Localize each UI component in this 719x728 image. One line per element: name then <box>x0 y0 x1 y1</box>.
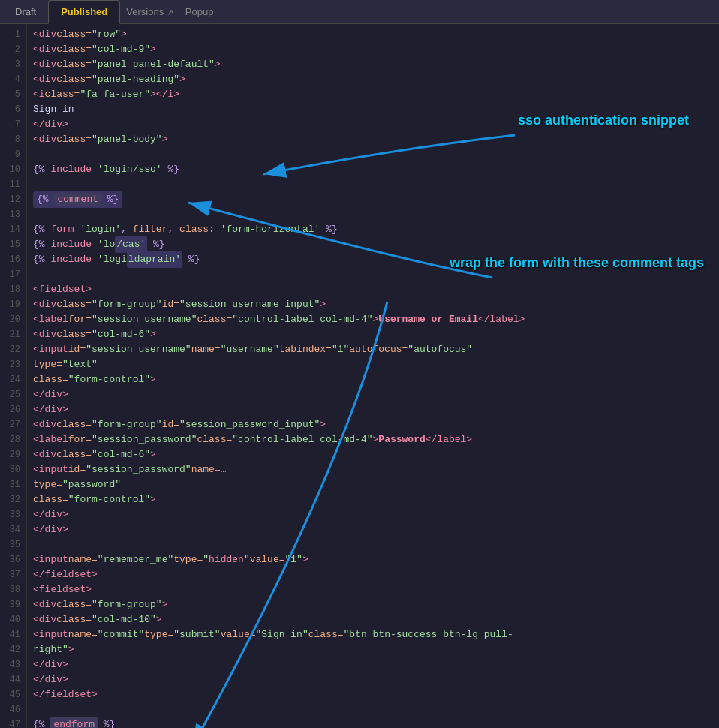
code-line: <div class="col-md-10"> <box>27 612 719 627</box>
code-line: </fieldset> <box>27 567 719 582</box>
code-line: </div> <box>27 117 719 132</box>
code-line: Sign in <box>27 102 719 117</box>
code-line: {% include 'lo/cas' %} <box>27 237 719 252</box>
code-line: <input id="session_password" name=… <box>27 462 719 477</box>
code-line: <div class="panel-body"> <box>27 132 719 147</box>
code-line: <div class="panel-heading"> <box>27 72 719 87</box>
code-line: {% include 'logildaprain' %} <box>27 252 719 267</box>
code-line <box>27 177 719 192</box>
code-line <box>27 147 719 162</box>
code-line: <label for="session_username" class="con… <box>27 312 719 327</box>
code-line: </div> <box>27 387 719 402</box>
code-line: <input name="commit" type="submit" value… <box>27 627 719 642</box>
code-line: type="text" <box>27 357 719 372</box>
code-line: <div class="col-md-6"> <box>27 327 719 342</box>
versions-icon: ↗ <box>167 8 173 17</box>
code-line <box>27 207 719 222</box>
code-line <box>27 537 719 552</box>
code-line: <div class="form-group" id="session_user… <box>27 297 719 312</box>
code-container: 12345 678910 1112131415 1617181920 21222… <box>0 24 719 728</box>
code-line: right"> <box>27 642 719 657</box>
code-line: <input id="session_username" name="usern… <box>27 342 719 357</box>
code-line: class="form-control"> <box>27 372 719 387</box>
code-line: <fieldset> <box>27 582 719 597</box>
tab-draft[interactable]: Draft <box>3 0 48 24</box>
tab-bar: Draft Published Versions ↗ Popup <box>0 0 719 24</box>
code-line: <div class="col-md-9"> <box>27 42 719 57</box>
code-line: <i class="fa fa-user"></i> <box>27 87 719 102</box>
code-line: type="password" <box>27 477 719 492</box>
code-line: <input name="remember_me" type="hidden" … <box>27 552 719 567</box>
code-line: </div> <box>27 402 719 417</box>
code-line: class="form-control"> <box>27 492 719 507</box>
code-line: <div class="panel panel-default"> <box>27 57 719 72</box>
code-line: </div> <box>27 522 719 537</box>
code-line: </fieldset> <box>27 687 719 702</box>
code-line: </div> <box>27 657 719 672</box>
code-line <box>27 267 719 282</box>
code-line: </div> <box>27 507 719 522</box>
code-line: {% include 'login/sso' %} <box>27 162 719 177</box>
code-line: {% comment %} <box>27 192 719 207</box>
code-line: {% endform %} <box>27 717 719 728</box>
tab-versions[interactable]: Versions ↗ <box>120 3 179 20</box>
code-line: {% form 'login', filter, class: 'form-ho… <box>27 222 719 237</box>
code-line: <label for="session_password" class="con… <box>27 432 719 447</box>
code-line: <div class="form-group"> <box>27 597 719 612</box>
code-lines: <div class="row"> <div class="col-md-9">… <box>27 24 719 728</box>
code-line: <fieldset> <box>27 282 719 297</box>
code-line: </div> <box>27 672 719 687</box>
code-line: <div class="col-md-6"> <box>27 447 719 462</box>
code-line: <div class="form-group" id="session_pass… <box>27 417 719 432</box>
code-line <box>27 702 719 717</box>
tab-popup[interactable]: Popup <box>179 3 220 20</box>
tab-published[interactable]: Published <box>48 0 120 24</box>
line-numbers: 12345 678910 1112131415 1617181920 21222… <box>0 24 27 728</box>
code-line: <div class="row"> <box>27 27 719 42</box>
